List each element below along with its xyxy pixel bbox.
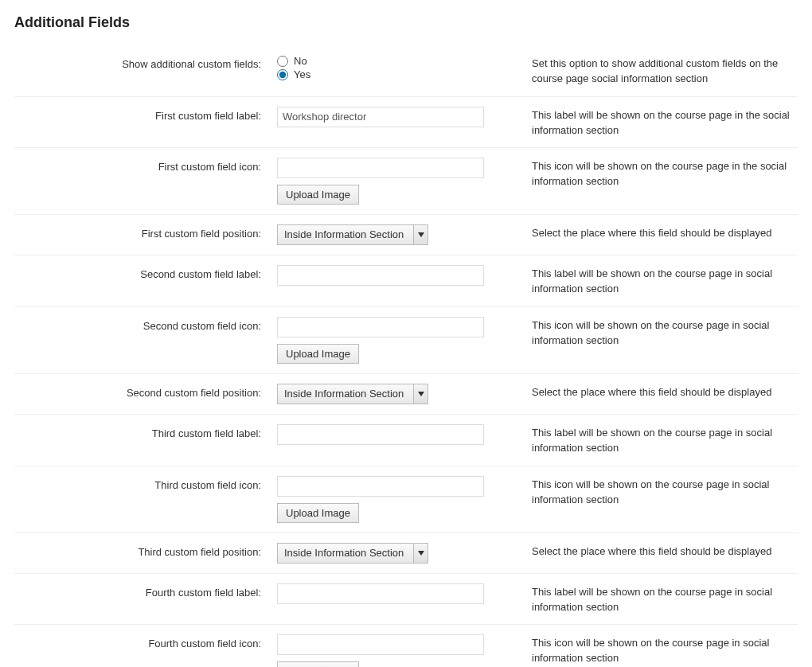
radio-yes-label: Yes (294, 68, 310, 80)
label-third-icon: Third custom field icon: (14, 476, 277, 491)
row-third-position: Third custom field position: Inside Info… (14, 533, 798, 574)
desc-second-position: Select the place where this field should… (532, 384, 798, 400)
upload-third-icon-button[interactable]: Upload Image (277, 503, 359, 523)
chevron-down-icon (413, 225, 427, 244)
upload-first-icon-button[interactable]: Upload Image (277, 185, 359, 205)
desc-third-position: Select the place where this field should… (532, 543, 798, 560)
label-third-label: Third custom field label: (14, 424, 277, 439)
select-first-position-value: Inside Information Section (278, 225, 413, 244)
row-second-icon: Second custom field icon: Upload Image T… (14, 307, 798, 374)
row-first-label: First custom field label: This label wil… (14, 97, 798, 149)
radio-no-wrap[interactable]: No (277, 55, 520, 67)
input-first-icon[interactable] (277, 158, 484, 178)
label-first-icon: First custom field icon: (14, 158, 277, 173)
select-second-position[interactable]: Inside Information Section (277, 384, 428, 404)
select-third-position[interactable]: Inside Information Section (277, 543, 428, 564)
label-third-position: Third custom field position: (14, 543, 277, 558)
desc-fourth-icon: This icon will be shown on the course pa… (532, 634, 798, 666)
chevron-down-icon (413, 544, 427, 563)
radio-yes-wrap[interactable]: Yes (277, 68, 520, 80)
select-first-position[interactable]: Inside Information Section (277, 224, 428, 245)
chevron-down-icon (413, 384, 427, 404)
radio-yes[interactable] (277, 69, 288, 80)
radio-no[interactable] (277, 56, 288, 67)
label-first-position: First custom field position: (14, 224, 277, 240)
input-fourth-label[interactable] (277, 583, 484, 604)
desc-first-position: Select the place where this field should… (532, 224, 798, 241)
row-show-custom-fields: Show additional custom fields: No Yes Se… (14, 45, 798, 97)
select-third-position-value: Inside Information Section (278, 544, 413, 563)
row-third-label: Third custom field label: This label wil… (14, 415, 798, 466)
input-second-icon[interactable] (277, 317, 484, 337)
desc-fourth-label: This label will be shown on the course p… (532, 583, 798, 615)
row-first-position: First custom field position: Inside Info… (14, 215, 798, 255)
upload-second-icon-button[interactable]: Upload Image (277, 344, 359, 364)
input-third-icon[interactable] (277, 476, 484, 497)
section-heading: Additional Fields (14, 14, 798, 31)
label-fourth-icon: Fourth custom field icon: (14, 634, 277, 649)
row-first-icon: First custom field icon: Upload Image Th… (14, 148, 798, 215)
label-second-label: Second custom field label: (14, 265, 277, 280)
desc-third-label: This label will be shown on the course p… (532, 424, 798, 456)
desc-first-label: This label will be shown on the course p… (532, 107, 798, 138)
select-second-position-value: Inside Information Section (278, 384, 413, 404)
input-first-label[interactable] (277, 107, 484, 127)
row-second-label: Second custom field label: This label wi… (14, 255, 798, 307)
radio-no-label: No (294, 55, 307, 67)
input-second-label[interactable] (277, 265, 484, 286)
row-third-icon: Third custom field icon: Upload Image Th… (14, 466, 798, 533)
label-first-label: First custom field label: (14, 107, 277, 122)
row-second-position: Second custom field position: Inside Inf… (14, 374, 798, 415)
upload-fourth-icon-button[interactable]: Upload Image (277, 661, 359, 667)
label-fourth-label: Fourth custom field label: (14, 583, 277, 599)
desc-third-icon: This icon will be shown on the course pa… (532, 476, 798, 508)
input-fourth-icon[interactable] (277, 634, 484, 655)
label-second-position: Second custom field position: (14, 384, 277, 399)
input-third-label[interactable] (277, 424, 484, 445)
label-second-icon: Second custom field icon: (14, 317, 277, 332)
row-fourth-label: Fourth custom field label: This label wi… (14, 574, 798, 626)
desc-show-custom: Set this option to show additional custo… (532, 55, 798, 87)
row-fourth-icon: Fourth custom field icon: Upload Image T… (14, 625, 798, 667)
label-show-custom: Show additional custom fields: (14, 55, 277, 70)
desc-second-icon: This icon will be shown on the course pa… (532, 317, 798, 349)
desc-second-label: This label will be shown on the course p… (532, 265, 798, 297)
desc-first-icon: This icon will be shown on the course pa… (532, 158, 798, 189)
